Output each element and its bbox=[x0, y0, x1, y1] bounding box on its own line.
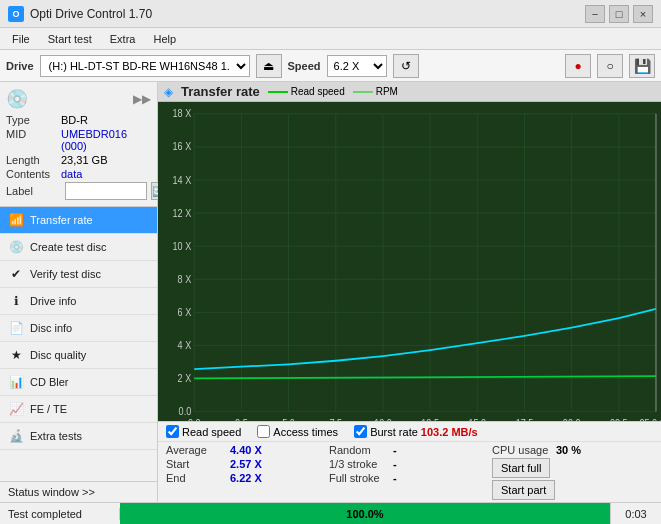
svg-text:15.0: 15.0 bbox=[469, 417, 487, 421]
svg-text:10 X: 10 X bbox=[173, 240, 192, 252]
disc-type-value: BD-R bbox=[61, 114, 88, 126]
legend-rpm-label: RPM bbox=[376, 86, 398, 97]
burst-rate-checkbox[interactable] bbox=[354, 425, 367, 438]
svg-text:2.5: 2.5 bbox=[235, 417, 248, 421]
stat-stroke-1-3: 1/3 stroke - bbox=[329, 458, 490, 470]
access-times-checkbox[interactable] bbox=[257, 425, 270, 438]
eject-button[interactable]: ⏏ bbox=[256, 54, 282, 78]
nav-disc-quality[interactable]: ★ Disc quality bbox=[0, 342, 157, 369]
menu-start-test[interactable]: Start test bbox=[40, 31, 100, 47]
start-full-button[interactable]: Start full bbox=[492, 458, 550, 478]
burn-button[interactable]: ● bbox=[565, 54, 591, 78]
stat-cpu-usage-label: CPU usage bbox=[492, 444, 552, 456]
status-window-button[interactable]: Status window >> bbox=[0, 481, 157, 502]
stat-stroke-1-3-value: - bbox=[393, 458, 433, 470]
statusbar: Test completed 100.0% 0:03 bbox=[0, 502, 661, 524]
stats-col2: Random - 1/3 stroke - Full stroke - bbox=[329, 444, 490, 500]
svg-text:25.0 GB: 25.0 GB bbox=[639, 417, 661, 421]
read-speed-checkbox[interactable] bbox=[166, 425, 179, 438]
chart-svg: 18 X 16 X 14 X 12 X 10 X 8 X 6 X 4 X 2 X… bbox=[158, 102, 661, 421]
disc-icon: 💿 bbox=[6, 88, 28, 110]
burst-rate-checkbox-label: Burst rate bbox=[370, 426, 418, 438]
stat-start-value: 2.57 X bbox=[230, 458, 270, 470]
speed-label: Speed bbox=[288, 60, 321, 72]
transfer-rate-icon: 📶 bbox=[8, 212, 24, 228]
blank-button[interactable]: ○ bbox=[597, 54, 623, 78]
drive-select[interactable]: (H:) HL-DT-ST BD-RE WH16NS48 1.D3 bbox=[40, 55, 250, 77]
nav-cd-bler[interactable]: 📊 CD Bler bbox=[0, 369, 157, 396]
nav-transfer-rate-label: Transfer rate bbox=[30, 214, 93, 226]
drive-info-icon: ℹ bbox=[8, 293, 24, 309]
svg-text:12 X: 12 X bbox=[173, 207, 192, 219]
save-button[interactable]: 💾 bbox=[629, 54, 655, 78]
svg-text:2 X: 2 X bbox=[178, 372, 192, 384]
stat-cpu-usage: CPU usage 30 % bbox=[492, 444, 653, 456]
svg-text:6 X: 6 X bbox=[178, 306, 192, 318]
svg-text:17.5: 17.5 bbox=[516, 417, 534, 421]
svg-text:10.0: 10.0 bbox=[374, 417, 392, 421]
stats-row: Average 4.40 X Start 2.57 X End 6.22 X bbox=[158, 442, 661, 502]
disc-header: 💿 ▶▶ bbox=[6, 88, 151, 110]
status-window-label: Status window >> bbox=[8, 486, 95, 498]
cd-bler-icon: 📊 bbox=[8, 374, 24, 390]
nav-extra-tests[interactable]: 🔬 Extra tests bbox=[0, 423, 157, 450]
disc-label-label: Label bbox=[6, 185, 61, 197]
menu-file[interactable]: File bbox=[4, 31, 38, 47]
stats-col3: CPU usage 30 % Start full Start part bbox=[492, 444, 653, 500]
stat-end-value: 6.22 X bbox=[230, 472, 270, 484]
fe-te-icon: 📈 bbox=[8, 401, 24, 417]
close-button[interactable]: × bbox=[633, 5, 653, 23]
nav-cd-bler-label: CD Bler bbox=[30, 376, 69, 388]
access-times-checkbox-label: Access times bbox=[273, 426, 338, 438]
disc-label-input[interactable] bbox=[65, 182, 147, 200]
refresh-button[interactable]: ↺ bbox=[393, 54, 419, 78]
svg-text:4 X: 4 X bbox=[178, 339, 192, 351]
svg-text:20.0: 20.0 bbox=[563, 417, 581, 421]
nav-fe-te[interactable]: 📈 FE / TE bbox=[0, 396, 157, 423]
disc-contents-label: Contents bbox=[6, 168, 61, 180]
stat-full-stroke-label: Full stroke bbox=[329, 472, 389, 484]
read-speed-checkbox-label: Read speed bbox=[182, 426, 241, 438]
nav-create-test-disc-label: Create test disc bbox=[30, 241, 106, 253]
titlebar: O Opti Drive Control 1.70 − □ × bbox=[0, 0, 661, 28]
burst-rate-checkbox-item[interactable]: Burst rate 103.2 MB/s bbox=[354, 425, 478, 438]
content: ◈ Transfer rate Read speed RPM bbox=[158, 82, 661, 502]
stat-full-stroke: Full stroke - bbox=[329, 472, 490, 484]
disc-contents-value: data bbox=[61, 168, 82, 180]
menu-help[interactable]: Help bbox=[145, 31, 184, 47]
nav-verify-test-disc[interactable]: ✔ Verify test disc bbox=[0, 261, 157, 288]
chart-header: ◈ Transfer rate Read speed RPM bbox=[158, 82, 661, 102]
stat-average-label: Average bbox=[166, 444, 226, 456]
stat-start-label: Start bbox=[166, 458, 226, 470]
nav-disc-info[interactable]: 📄 Disc info bbox=[0, 315, 157, 342]
nav-drive-info[interactable]: ℹ Drive info bbox=[0, 288, 157, 315]
time-display: 0:03 bbox=[611, 508, 661, 520]
chart-bottom: Read speed Access times Burst rate 103.2… bbox=[158, 421, 661, 502]
svg-text:16 X: 16 X bbox=[173, 141, 192, 153]
read-speed-checkbox-item[interactable]: Read speed bbox=[166, 425, 241, 438]
chart-title-icon: ◈ bbox=[164, 85, 173, 99]
minimize-button[interactable]: − bbox=[585, 5, 605, 23]
svg-text:18 X: 18 X bbox=[173, 108, 192, 120]
svg-text:14 X: 14 X bbox=[173, 174, 192, 186]
access-times-checkbox-item[interactable]: Access times bbox=[257, 425, 338, 438]
nav-transfer-rate[interactable]: 📶 Transfer rate bbox=[0, 207, 157, 234]
titlebar-left: O Opti Drive Control 1.70 bbox=[8, 6, 152, 22]
titlebar-title: Opti Drive Control 1.70 bbox=[30, 7, 152, 21]
titlebar-controls: − □ × bbox=[585, 5, 653, 23]
nav-fe-te-label: FE / TE bbox=[30, 403, 67, 415]
nav-disc-info-label: Disc info bbox=[30, 322, 72, 334]
disc-type-row: Type BD-R bbox=[6, 114, 151, 126]
stat-start-full-row: Start full bbox=[492, 458, 653, 478]
speed-select[interactable]: 6.2 X bbox=[327, 55, 387, 77]
start-part-button[interactable]: Start part bbox=[492, 480, 555, 500]
maximize-button[interactable]: □ bbox=[609, 5, 629, 23]
stat-stroke-1-3-label: 1/3 stroke bbox=[329, 458, 389, 470]
nav-drive-info-label: Drive info bbox=[30, 295, 76, 307]
menubar: File Start test Extra Help bbox=[0, 28, 661, 50]
disc-length-value: 23,31 GB bbox=[61, 154, 107, 166]
nav-create-test-disc[interactable]: 💿 Create test disc bbox=[0, 234, 157, 261]
svg-text:8 X: 8 X bbox=[178, 273, 192, 285]
disc-type-label: Type bbox=[6, 114, 61, 126]
menu-extra[interactable]: Extra bbox=[102, 31, 144, 47]
